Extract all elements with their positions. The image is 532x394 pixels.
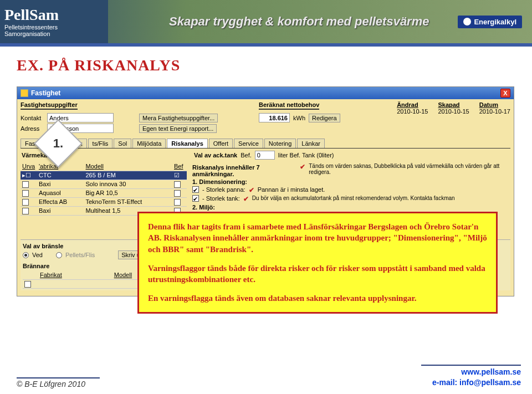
bransle-label: Val av bränsle: [23, 243, 63, 249]
cell-fabr: Effecta AB: [37, 197, 84, 206]
warning-icon: ✔: [243, 195, 249, 203]
datum-v: 2010-10-17: [479, 108, 510, 115]
skapad-v: 2010-10-15: [438, 108, 469, 115]
miljo-heading: 2. Miljö:: [192, 204, 510, 211]
mail-link[interactable]: e-mail: info@pellsam.se: [421, 377, 521, 388]
cell-fabr: Baxi: [37, 206, 84, 215]
section-fastighet: Fastighetsuppgifter: [21, 101, 78, 110]
liter-label: liter Bef. Tank (0liter): [278, 152, 334, 158]
cell-fabr: CTC: [37, 171, 84, 180]
datum-h: Datum: [479, 101, 510, 108]
slide-heading: EX. PÅ RISKANALYS: [17, 57, 532, 74]
tab-sol[interactable]: Sol: [114, 139, 131, 148]
cell-fabr: Aquasol: [37, 188, 84, 197]
cell-modell: TeknoTerm ST-Effect: [84, 197, 173, 206]
tab-bar: Fastighet Ved/Ack ts/Flis Sol Miljödata …: [21, 139, 510, 149]
info-overlay: Denna flik har tagits fram i samarbete m…: [137, 212, 498, 314]
tab-miljodata[interactable]: Miljödata: [132, 139, 166, 148]
check-storlek-panna[interactable]: ✔: [192, 186, 199, 193]
risk-header: Riskanalys innehåller 7 anmärkningar.: [192, 164, 296, 177]
th-modell: Modell: [84, 162, 173, 171]
andrad-h: Ändrad: [397, 101, 428, 108]
mera-button[interactable]: Mera Fastighetsuppgifter...: [139, 114, 218, 122]
tab-tsflis[interactable]: ts/Flis: [88, 139, 113, 148]
table-row[interactable]: ▸☐ CTC 265 B / EM ☑: [21, 171, 187, 180]
warning-icon: ✔: [249, 186, 254, 194]
cell-modell: 265 B / EM: [84, 171, 173, 180]
th-bef: Bef: [172, 162, 187, 171]
radio-ved[interactable]: [23, 252, 29, 258]
tab-offert[interactable]: Offert: [209, 139, 233, 148]
copyright: © B-E Löfgren 2010: [17, 380, 85, 388]
gauge-icon: [463, 18, 471, 25]
netto-value: 18.616: [259, 113, 290, 122]
window-title: Fastighet: [31, 89, 60, 97]
brannare-label: Brännare: [23, 263, 49, 269]
overlay-p1: Denna flik har tagits fram i samarbete m…: [148, 221, 487, 255]
bef-field[interactable]: 0: [255, 151, 275, 160]
logo-sub2: Samorganisation: [4, 30, 104, 37]
dim2-note: Du bör välja en ackumulatortank på minst…: [252, 195, 455, 201]
netto-unit: kWh: [293, 115, 305, 121]
step-number: 1.: [34, 120, 82, 167]
dim2-label: - Storlek tank:: [202, 195, 240, 202]
logo-sub1: Pelletsintressenters: [4, 24, 104, 30]
overlay-p2: Varningsflaggor tänds både för direkta r…: [148, 263, 487, 285]
dim1-note: Pannan är i minsta laget.: [258, 186, 325, 193]
window-icon: [21, 89, 28, 97]
energikalkyl-badge: Energikalkyl: [458, 16, 522, 28]
slogan: Skapar trygghet & komfort med pelletsvär…: [108, 14, 458, 29]
netto-label: Beräknat nettobehov: [259, 101, 319, 110]
cell-modell: Big AR 10,5: [84, 188, 173, 197]
dim-heading: 1. Dimensionering:: [192, 178, 510, 185]
tab-lankar[interactable]: Länkar: [297, 139, 325, 148]
banner-stripe: [0, 43, 532, 47]
dim1-label: - Storlek panna:: [202, 186, 245, 193]
heatsource-table: Urva 'abrikat Modell Bef ▸☐ CTC 265 B / …: [21, 162, 187, 216]
th-bfabrikat: Fabrikat: [38, 270, 112, 279]
table-row[interactable]: Aquasol Big AR 10,5: [21, 188, 187, 197]
logo-brand: PellSam: [4, 6, 104, 24]
skapad-h: Skapad: [438, 101, 469, 108]
close-icon[interactable]: X: [500, 89, 510, 98]
energikalkyl-label: Energikalkyl: [474, 18, 516, 26]
site-link[interactable]: www.pellsam.se: [421, 367, 521, 378]
andrad-v: 2010-10-15: [397, 108, 428, 115]
egen-button[interactable]: Egen text Energi rapport...: [139, 124, 217, 133]
risk-note: Tänds om värden saknas, Dubbelklicka på …: [309, 163, 510, 175]
check-storlek-tank[interactable]: ✔: [192, 195, 199, 202]
valack-label: Val av ack.tank: [194, 152, 237, 158]
ved-label: Ved: [32, 252, 43, 258]
table-row[interactable]: Effecta AB TeknoTerm ST-Effect: [21, 197, 187, 206]
dates-block: Ändrad2010-10-15 Skapad2010-10-15 Datum2…: [397, 101, 510, 124]
tab-notering[interactable]: Notering: [264, 139, 296, 148]
bef-label: Bef.: [241, 152, 252, 158]
slide-footer: © B-E Löfgren 2010 www.pellsam.se e-mail…: [17, 365, 521, 388]
overlay-p3: En varningsflagga tänds även om database…: [148, 293, 487, 304]
tab-riskanalys[interactable]: Riskanalys: [167, 139, 207, 148]
redigera-button[interactable]: Redigera: [309, 114, 340, 122]
tab-service[interactable]: Service: [234, 139, 263, 148]
logo-block: PellSam Pelletsintressenters Samorganisa…: [0, 0, 108, 43]
cell-fabr: Baxi: [37, 180, 84, 188]
top-banner: PellSam Pelletsintressenters Samorganisa…: [0, 0, 532, 43]
step-badge: 1.: [34, 120, 82, 167]
window-titlebar: Fastighet X: [17, 87, 514, 99]
radio-pellets[interactable]: [56, 252, 62, 258]
warning-icon: ✔: [300, 163, 305, 171]
cell-modell: Solo innova 30: [84, 180, 173, 188]
pellets-label: Pellets/Flis: [65, 252, 95, 258]
cell-bef: ☑: [172, 171, 187, 180]
table-row[interactable]: Baxi Solo innova 30: [21, 180, 187, 188]
